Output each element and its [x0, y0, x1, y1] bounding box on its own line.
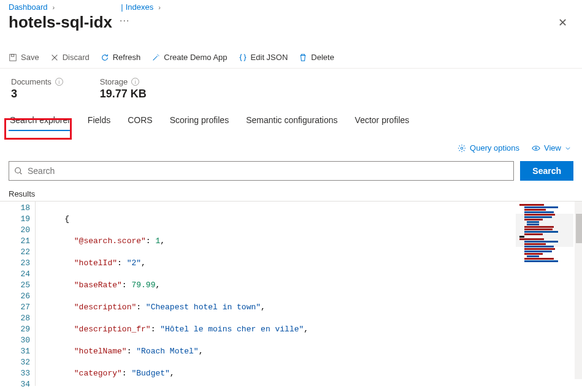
- create-demo-label: Create Demo App: [164, 53, 227, 62]
- svg-point-6: [15, 168, 21, 173]
- minimap[interactable]: [516, 202, 582, 379]
- breadcrumb-dashboard[interactable]: Dashboard: [9, 2, 48, 12]
- documents-value: 3: [11, 88, 63, 100]
- chevron-right-icon: ›: [158, 4, 161, 11]
- search-button[interactable]: Search: [520, 161, 573, 181]
- create-demo-button[interactable]: Create Demo App: [151, 53, 227, 62]
- tab-vector[interactable]: Vector profiles: [354, 110, 411, 131]
- tab-search-explorer[interactable]: Search explorer: [9, 110, 72, 131]
- query-options-button[interactable]: Query options: [458, 143, 519, 153]
- query-options-label: Query options: [470, 143, 519, 153]
- svg-point-5: [535, 147, 537, 149]
- documents-label: Documents: [11, 77, 52, 86]
- line-gutter: 181920 212223 242526 272829 303132 33343…: [0, 202, 36, 386]
- delete-label: Delete: [311, 53, 334, 62]
- discard-button[interactable]: Discard: [50, 53, 90, 62]
- info-icon[interactable]: i: [55, 78, 63, 86]
- tab-fields[interactable]: Fields: [86, 110, 112, 131]
- view-button[interactable]: View: [532, 143, 571, 153]
- braces-icon: [239, 53, 247, 62]
- more-icon[interactable]: ···: [120, 15, 129, 30]
- minimap-viewport[interactable]: [516, 214, 573, 247]
- storage-value: 19.77 KB: [100, 88, 147, 100]
- edit-json-label: Edit JSON: [251, 53, 288, 62]
- gear-icon: [458, 144, 466, 153]
- breadcrumb-pipe: |: [121, 2, 123, 12]
- search-box[interactable]: [9, 161, 514, 181]
- code-content[interactable]: { "@search.score": 1, "hotelId": "2", "b…: [36, 202, 516, 386]
- view-label: View: [544, 143, 561, 153]
- search-icon: [14, 167, 23, 175]
- scrollbar[interactable]: [575, 202, 582, 379]
- eye-icon: [532, 144, 540, 153]
- chevron-down-icon: [565, 145, 571, 151]
- toolbar: Save Discard Refresh Create Demo App Edi…: [0, 48, 582, 69]
- search-row: Search: [0, 159, 582, 186]
- action-row: Query options View: [0, 131, 582, 159]
- scrollbar-thumb[interactable]: [576, 214, 582, 243]
- tab-semantic[interactable]: Semantic configurations: [245, 110, 339, 131]
- discard-label: Discard: [63, 53, 90, 62]
- refresh-icon: [101, 53, 109, 62]
- storage-stat: Storage i 19.77 KB: [100, 77, 147, 100]
- page-title: hotels-sql-idx: [9, 13, 112, 32]
- code-area: 181920 212223 242526 272829 303132 33343…: [0, 201, 582, 386]
- wand-icon: [151, 53, 160, 62]
- title-row: hotels-sql-idx ··· ✕: [0, 12, 582, 37]
- breadcrumb: Dashboard › | Indexes ›: [0, 0, 582, 12]
- svg-line-7: [20, 173, 22, 175]
- breadcrumb-indexes[interactable]: Indexes: [126, 2, 154, 12]
- chevron-right-icon: ›: [53, 4, 55, 11]
- delete-button[interactable]: Delete: [299, 53, 334, 62]
- tab-cors[interactable]: CORS: [126, 110, 153, 131]
- refresh-button[interactable]: Refresh: [101, 53, 141, 62]
- tab-scoring[interactable]: Scoring profiles: [169, 110, 231, 131]
- refresh-label: Refresh: [113, 53, 141, 62]
- trash-icon: [299, 53, 307, 62]
- search-input[interactable]: [28, 166, 508, 176]
- x-icon: [50, 53, 59, 62]
- tabs: Search explorer Fields CORS Scoring prof…: [0, 110, 582, 131]
- svg-point-4: [461, 147, 463, 149]
- storage-label: Storage: [100, 77, 128, 86]
- info-icon[interactable]: i: [131, 78, 139, 86]
- edit-json-button[interactable]: Edit JSON: [239, 53, 288, 62]
- save-icon: [9, 53, 17, 62]
- save-label: Save: [21, 53, 39, 62]
- close-icon[interactable]: ✕: [558, 16, 573, 29]
- documents-stat: Documents i 3: [11, 77, 63, 100]
- save-button[interactable]: Save: [9, 53, 39, 62]
- svg-rect-0: [10, 54, 17, 61]
- svg-rect-1: [11, 54, 13, 56]
- results-label: Results: [0, 186, 582, 201]
- stats-row: Documents i 3 Storage i 19.77 KB: [0, 69, 582, 110]
